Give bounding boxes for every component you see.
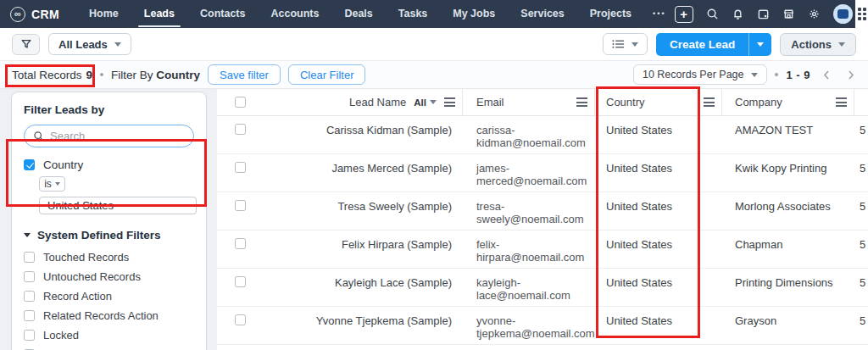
system-filters-list: Touched Records Untouched Records Record…: [12, 247, 206, 350]
lead-name-link[interactable]: Yvonne Tjepkema (Sample): [316, 314, 452, 327]
lead-name-column-header[interactable]: Lead Name All: [263, 89, 463, 115]
next-page-button[interactable]: [843, 70, 860, 80]
system-filter-item[interactable]: Related Records Action: [24, 306, 194, 325]
filter-checkbox[interactable]: [24, 330, 35, 341]
nav-item[interactable]: Tasks: [386, 0, 441, 28]
filter-checkbox[interactable]: [24, 271, 35, 282]
lead-phone-cutoff: 5: [854, 269, 868, 306]
crm-app-window: ∞ CRM Home Leads Contacts Accounts Deals…: [0, 0, 868, 350]
lead-country: United States: [595, 269, 722, 306]
row-checkbox[interactable]: [235, 314, 246, 325]
lead-name-link[interactable]: Tresa Sweely (Sample): [337, 200, 452, 213]
lead-country: United States: [595, 307, 722, 344]
nav-item[interactable]: Leads: [131, 0, 187, 28]
view-selector-all-leads[interactable]: All Leads: [48, 33, 131, 55]
column-menu-icon[interactable]: [444, 97, 455, 107]
company-column-header[interactable]: Company: [722, 89, 854, 115]
system-filter-item[interactable]: Untouched Records: [24, 267, 194, 286]
clear-filter-button[interactable]: Clear Filter: [288, 64, 366, 85]
create-lead-dropdown-button[interactable]: [748, 33, 771, 56]
system-filter-item[interactable]: Touched Records: [24, 247, 194, 267]
lead-name-link[interactable]: Felix Hirpara (Sample): [342, 238, 452, 251]
table-row[interactable]: Yvonne Tjepkema (Sample) yvonne-tjepkema…: [217, 307, 868, 345]
filter-by-text: Filter By Country: [111, 69, 200, 81]
nav-item[interactable]: My Jobs: [440, 0, 508, 28]
table-row[interactable]: Tresa Sweely (Sample) tresa-sweely@noema…: [217, 192, 868, 231]
settings-gear-icon[interactable]: [808, 8, 821, 20]
list-toolbar: All Leads Create Lead Actions: [0, 28, 868, 61]
column-menu-icon[interactable]: [836, 97, 847, 107]
lead-company: AMAZON TEST: [722, 116, 854, 153]
table-header-row: Lead Name All Email Country Company: [217, 89, 868, 116]
table-row[interactable]: Carissa Kidman (Sample) carissa-kidman@n…: [217, 116, 868, 154]
filter-operator-dropdown[interactable]: is: [39, 176, 65, 192]
country-checkbox-checked[interactable]: [24, 159, 35, 170]
nav-item[interactable]: Home: [76, 0, 131, 28]
nav-item[interactable]: Contacts: [187, 0, 258, 28]
country-column-header[interactable]: Country: [595, 89, 722, 115]
topnav-right-icons: +: [675, 4, 868, 24]
nav-more-button[interactable]: •••: [644, 0, 674, 28]
filter-item-label: Related Records Action: [43, 309, 159, 322]
filter-checkbox[interactable]: [24, 252, 35, 263]
system-filter-item[interactable]: Latest Email Status: [24, 345, 194, 350]
actions-button[interactable]: Actions: [780, 33, 856, 56]
chevron-down-icon: [632, 42, 638, 47]
nav-item[interactable]: Accounts: [258, 0, 331, 28]
country-filter-checkbox-row[interactable]: Country: [24, 158, 194, 171]
search-icon: [33, 131, 44, 142]
table-row[interactable]: Felix Hirpara (Sample) felix-hirpara@noe…: [217, 231, 868, 269]
filter-funnel-button[interactable]: [12, 34, 40, 55]
row-checkbox[interactable]: [235, 200, 246, 211]
table-row[interactable]: James Merced (Sample) james-merced@noema…: [217, 154, 868, 192]
total-records-count: 9: [86, 69, 93, 81]
table-row[interactable]: Kayleigh Lace (Sample) kayleigh-lace@noe…: [217, 269, 868, 307]
display-style-button[interactable]: [603, 33, 648, 55]
save-filter-button[interactable]: Save filter: [208, 64, 281, 85]
nav-item[interactable]: Deals: [331, 0, 385, 28]
top-navigation-bar: ∞ CRM Home Leads Contacts Accounts Deals…: [0, 0, 868, 28]
lead-company: Kwik Kopy Printing: [722, 154, 854, 192]
filter-sidebar: Filter Leads by Country is: [0, 89, 217, 350]
system-filter-item[interactable]: Locked: [24, 325, 194, 345]
filter-checkbox[interactable]: [24, 291, 35, 302]
calendar-icon[interactable]: [757, 8, 770, 20]
lead-phone-cutoff: 5: [854, 154, 868, 192]
separator-dot: [100, 73, 103, 76]
row-checkbox[interactable]: [235, 124, 246, 135]
create-lead-button[interactable]: Create Lead: [656, 33, 748, 56]
apps-grid-icon[interactable]: [858, 8, 868, 20]
filter-value-input[interactable]: [39, 197, 197, 214]
lead-name-link[interactable]: Carissa Kidman (Sample): [326, 124, 452, 136]
row-checkbox[interactable]: [235, 162, 246, 173]
filter-search-box[interactable]: [24, 125, 194, 147]
lead-country: United States: [595, 154, 722, 192]
user-avatar[interactable]: [833, 4, 853, 24]
filter-by-label: Filter By: [111, 69, 153, 81]
column-menu-icon[interactable]: [704, 97, 715, 107]
notifications-bell-icon[interactable]: [732, 8, 744, 20]
brand[interactable]: ∞ CRM: [10, 7, 59, 22]
row-checkbox[interactable]: [235, 238, 246, 249]
system-defined-filters-header[interactable]: System Defined Filters: [24, 229, 194, 242]
nav-item[interactable]: Projects: [577, 0, 644, 28]
filter-search-input[interactable]: [50, 130, 185, 142]
quick-add-plus-button[interactable]: +: [675, 6, 693, 23]
search-icon[interactable]: [706, 8, 719, 20]
all-filter-dropdown[interactable]: All: [414, 97, 437, 108]
phone-column-header-cutoff: [854, 89, 868, 115]
marketplace-icon[interactable]: [782, 8, 795, 20]
lead-name-link[interactable]: James Merced (Sample): [331, 162, 452, 175]
nav-item[interactable]: Services: [508, 0, 576, 28]
filter-panel-title: Filter Leads by: [12, 103, 206, 116]
lead-name-link[interactable]: Kayleigh Lace (Sample): [335, 276, 452, 289]
email-column-header[interactable]: Email: [463, 89, 595, 115]
column-menu-icon[interactable]: [576, 97, 587, 107]
row-checkbox[interactable]: [235, 276, 246, 287]
records-per-page-dropdown[interactable]: 10 Records Per Page: [633, 64, 768, 85]
filter-checkbox[interactable]: [24, 310, 35, 321]
select-all-checkbox[interactable]: [235, 97, 246, 108]
system-filter-item[interactable]: Record Action: [24, 286, 194, 306]
previous-page-button[interactable]: [818, 70, 835, 80]
leads-table: Lead Name All Email Country Company: [217, 89, 868, 350]
